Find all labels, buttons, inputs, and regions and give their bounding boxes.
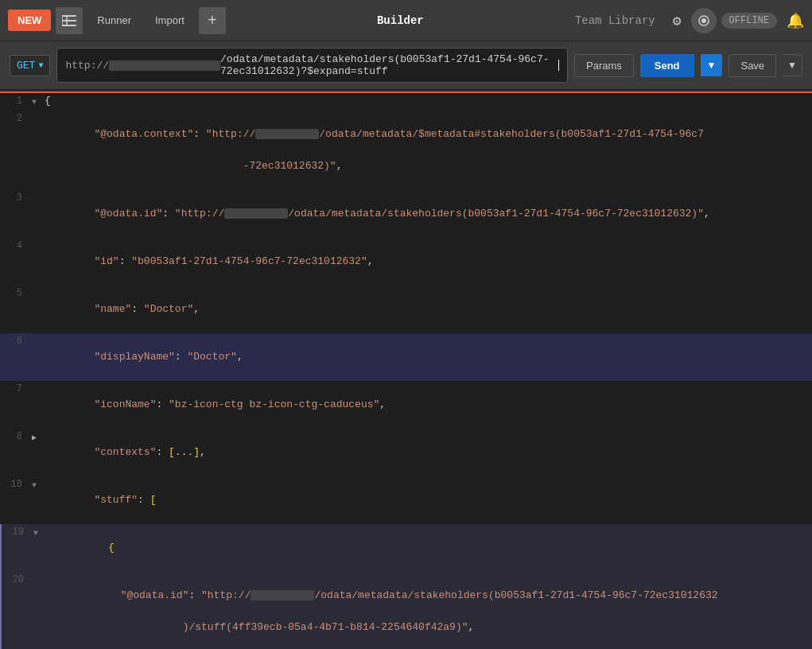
json-line-18: 18 ▼ "stuff": [ bbox=[0, 476, 812, 524]
send-chevron-icon: ▼ bbox=[707, 60, 717, 71]
offline-badge: OFFLINE bbox=[721, 13, 777, 29]
json-line-4: 4 "id": "b0053af1-27d1-4754-96c7-72ec310… bbox=[0, 238, 812, 286]
send-button[interactable]: Send bbox=[640, 54, 694, 77]
sidebar-toggle-button[interactable] bbox=[56, 7, 83, 34]
json-line-5: 5 "name": "Doctor", bbox=[0, 286, 812, 333]
save-button[interactable]: Save bbox=[728, 54, 776, 77]
url-prefix: http:// bbox=[65, 60, 109, 72]
json-line-20: 20 "@odata.id": "http:///odata/metadata/… bbox=[0, 572, 812, 649]
json-line-19: 19 ▼ { bbox=[0, 524, 812, 572]
bell-icon[interactable]: 🔔 bbox=[787, 12, 804, 29]
json-line-3: 3 "@odata.id": "http:///odata/metadata/s… bbox=[0, 190, 812, 238]
url-redacted bbox=[109, 60, 220, 71]
url-cursor bbox=[558, 60, 559, 71]
params-button[interactable]: Params bbox=[574, 54, 634, 77]
new-tab-button[interactable]: + bbox=[199, 7, 226, 34]
record-icon bbox=[697, 14, 710, 27]
new-button[interactable]: NEW bbox=[8, 10, 51, 31]
send-dropdown-button[interactable]: ▼ bbox=[701, 54, 723, 76]
svg-point-5 bbox=[701, 18, 706, 23]
team-library-link[interactable]: Team Library bbox=[575, 14, 655, 27]
json-line-8: 8 ▶ "contexts": [...], bbox=[0, 429, 812, 476]
import-button[interactable]: Import bbox=[146, 10, 194, 31]
method-select[interactable]: GET ▼ bbox=[10, 55, 50, 76]
method-label: GET bbox=[17, 60, 35, 72]
url-path: /odata/metadata/stakeholders(b0053af1-27… bbox=[220, 53, 558, 77]
record-button[interactable] bbox=[691, 8, 717, 33]
top-navigation: NEW Runner Import + Builder Team Library… bbox=[0, 0, 812, 41]
json-editor[interactable]: 1 ▼ { 2 "@odata.context": "http:///odata… bbox=[0, 93, 812, 649]
json-line-6: 6 "displayName": "Doctor", bbox=[0, 333, 812, 381]
builder-title: Builder bbox=[377, 14, 424, 27]
method-chevron-icon: ▼ bbox=[38, 61, 43, 70]
url-bar: GET ▼ http:///odata/metadata/stakeholder… bbox=[0, 41, 812, 90]
json-line-7: 7 "iconName": "bz-icon-ctg bz-icon-ctg-c… bbox=[0, 381, 812, 429]
settings-icon[interactable]: ⚙ bbox=[673, 12, 682, 29]
sidebar-icon bbox=[62, 15, 76, 26]
svg-rect-1 bbox=[62, 20, 76, 21]
json-line-1: 1 ▼ { bbox=[0, 93, 812, 111]
runner-button[interactable]: Runner bbox=[87, 10, 141, 31]
json-line-2: 2 "@odata.context": "http:///odata/metad… bbox=[0, 111, 812, 190]
save-dropdown-button[interactable]: ▼ bbox=[783, 54, 802, 76]
url-input[interactable]: http:///odata/metadata/stakeholders(b005… bbox=[56, 48, 568, 83]
save-chevron-icon: ▼ bbox=[787, 60, 797, 71]
